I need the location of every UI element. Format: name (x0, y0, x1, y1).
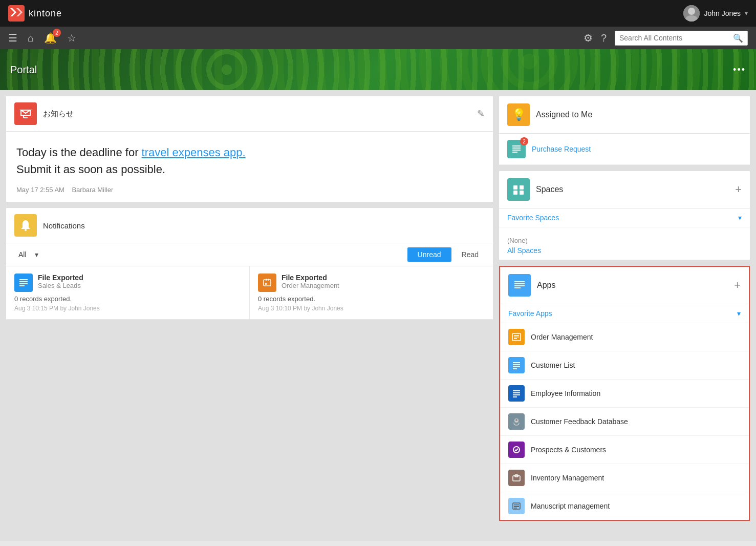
spaces-header: Spaces + (499, 171, 750, 208)
search-button[interactable]: 🔍 (733, 33, 743, 43)
notif-item-title-2: File Exported (282, 274, 339, 282)
announcement-header: お知らせ ✎ (6, 96, 493, 132)
app-item-icon (508, 442, 525, 458)
app-item-icon (508, 385, 525, 402)
assigned-item-name[interactable]: Purchase Request (532, 145, 591, 153)
kintone-logo-icon (8, 5, 25, 22)
notif-app-icon-1 (14, 274, 33, 292)
svg-rect-31 (514, 287, 521, 288)
announcement-title: お知らせ (43, 109, 74, 119)
notification-item-1: File Exported Sales & Leads 0 records ex… (6, 266, 250, 320)
svg-rect-33 (514, 335, 519, 336)
logo-area: kintone (8, 5, 675, 22)
svg-rect-51 (514, 506, 519, 507)
notif-item-title-1: File Exported (38, 274, 83, 282)
spaces-all-link[interactable]: All Spaces (507, 246, 742, 255)
app-item[interactable]: Employee Information (500, 380, 749, 408)
announcement-edit-icon[interactable]: ✎ (477, 108, 485, 119)
apps-card: Apps + Favorite Apps ▾ Order ManagementC… (499, 266, 750, 521)
svg-rect-23 (512, 152, 517, 153)
app-item[interactable]: Order Management (500, 323, 749, 351)
spaces-content: (None) All Spaces (499, 227, 750, 260)
tab-dropdown-icon[interactable]: ▾ (35, 250, 38, 259)
apps-favorite-label: Favorite Apps (508, 309, 552, 318)
app-item[interactable]: Inventory Management (500, 464, 749, 492)
notif-item-app-2: Order Management (282, 282, 339, 289)
notifications-card: Notifications All ▾ Unread Read File Exp… (6, 208, 493, 320)
svg-rect-28 (514, 281, 525, 282)
svg-rect-50 (514, 505, 519, 506)
notifications-items: File Exported Sales & Leads 0 records ex… (6, 266, 493, 320)
favorites-star-icon[interactable]: ☆ (67, 32, 76, 44)
nav-right-area: ⚙ ? 🔍 (584, 31, 748, 46)
notif-item-meta-2: Aug 3 10:10 PM by John Jones (258, 305, 485, 312)
app-item[interactable]: Customer List (500, 351, 749, 380)
notif-item-desc-1: 0 records exported. (14, 295, 241, 303)
svg-point-45 (515, 419, 517, 421)
spaces-add-button[interactable]: + (735, 183, 742, 196)
spaces-title: Spaces (536, 185, 563, 194)
svg-rect-15 (19, 283, 28, 284)
search-input[interactable] (619, 34, 733, 42)
notification-item-2: File Exported Order Management 0 records… (250, 266, 493, 320)
notif-item-info-1: File Exported Sales & Leads (38, 274, 83, 289)
app-item-icon (508, 498, 525, 514)
svg-rect-35 (514, 338, 517, 339)
user-name: John Jones (704, 9, 741, 17)
svg-point-12 (25, 229, 27, 231)
app-item-name: Customer Feedback Database (531, 417, 628, 426)
announcement-link[interactable]: travel expenses app. (142, 146, 246, 159)
app-item-name: Inventory Management (531, 474, 604, 482)
svg-rect-13 (19, 279, 28, 280)
assigned-item-badge: 2 (520, 137, 528, 145)
notifications-icon (14, 214, 37, 237)
app-item-name: Prospects & Customers (531, 446, 606, 454)
spaces-icon (507, 178, 530, 201)
notif-item-header-1: File Exported Sales & Leads (14, 274, 241, 292)
assigned-icon: 💡 (507, 103, 530, 126)
search-bar[interactable]: 🔍 (615, 31, 748, 46)
app-item-name: Customer List (531, 361, 575, 369)
notif-item-desc-2: 0 records exported. (258, 295, 485, 303)
tab-read[interactable]: Read (456, 247, 485, 262)
user-menu[interactable]: John Jones ▾ (683, 5, 748, 22)
notification-bell-icon[interactable]: 🔔 2 (44, 32, 57, 44)
portal-more-button[interactable]: ••• (733, 65, 746, 75)
app-item[interactable]: Prospects & Customers (500, 436, 749, 464)
tab-all[interactable]: All (14, 248, 31, 261)
user-avatar (683, 5, 700, 22)
settings-gear-icon[interactable]: ⚙ (584, 32, 593, 44)
assigned-title: Assigned to Me (536, 110, 592, 119)
portal-header: Portal ••• (0, 49, 756, 90)
tab-unread[interactable]: Unread (407, 247, 451, 262)
svg-rect-36 (513, 362, 520, 363)
apps-add-button[interactable]: + (734, 279, 741, 292)
hamburger-icon[interactable]: ☰ (8, 32, 17, 44)
spaces-card: Spaces + Favorite Spaces ▾ (None) All Sp… (499, 171, 750, 260)
app-item-icon (508, 329, 525, 345)
svg-rect-40 (513, 390, 520, 391)
notif-item-info-2: File Exported Order Management (282, 274, 339, 289)
spaces-favorite-header[interactable]: Favorite Spaces ▾ (499, 208, 750, 227)
assigned-item-purchase-request[interactable]: 2 Purchase Request (499, 134, 750, 165)
announcement-date: May 17 2:55 AM (16, 186, 64, 194)
notif-app-icon-2 (258, 274, 276, 292)
help-question-icon[interactable]: ? (601, 32, 607, 44)
app-item-icon (508, 357, 525, 373)
svg-rect-18 (266, 279, 267, 281)
apps-favorite-header[interactable]: Favorite Apps ▾ (500, 304, 749, 323)
second-navigation: ☰ ⌂ 🔔 2 ☆ ⚙ ? 🔍 (0, 27, 756, 49)
svg-rect-30 (514, 285, 525, 286)
logo-text: kintone (29, 8, 62, 19)
svg-rect-24 (513, 185, 517, 190)
notifications-header: Notifications (6, 208, 493, 243)
svg-rect-34 (514, 337, 519, 338)
notifications-tabs: All ▾ Unread Read (6, 243, 493, 266)
svg-rect-14 (19, 281, 28, 282)
app-item[interactable]: Manuscript management (500, 492, 749, 520)
assigned-item-icon: 2 (507, 140, 526, 158)
svg-rect-17 (264, 280, 271, 286)
svg-point-4 (688, 8, 695, 15)
home-icon[interactable]: ⌂ (28, 32, 34, 44)
app-item[interactable]: Customer Feedback Database (500, 408, 749, 436)
